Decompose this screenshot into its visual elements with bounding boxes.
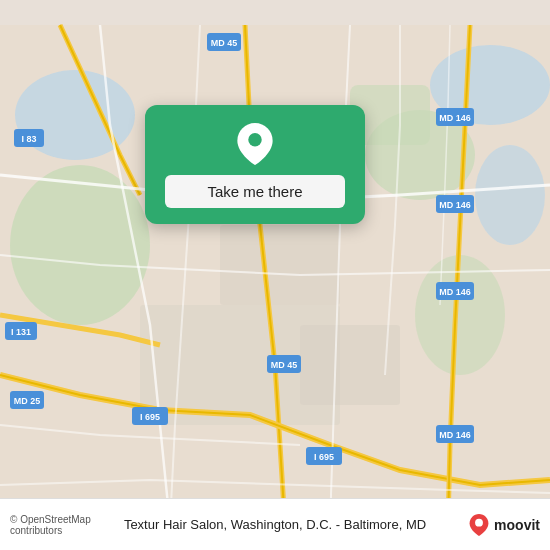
svg-text:MD 25: MD 25 — [14, 396, 41, 406]
svg-text:I 695: I 695 — [314, 452, 334, 462]
svg-point-34 — [475, 518, 483, 526]
moovit-pin-icon — [468, 514, 490, 536]
svg-text:MD 45: MD 45 — [271, 360, 298, 370]
svg-text:MD 146: MD 146 — [439, 113, 471, 123]
moovit-logo: moovit — [452, 514, 540, 536]
take-me-there-button[interactable]: Take me there — [165, 175, 345, 208]
bottom-bar: © OpenStreetMap contributors Textur Hair… — [0, 498, 550, 550]
take-me-there-popup: Take me there — [145, 105, 365, 224]
svg-text:I 83: I 83 — [21, 134, 36, 144]
moovit-brand-name: moovit — [494, 517, 540, 533]
osm-attribution: © OpenStreetMap contributors — [10, 514, 98, 536]
svg-text:MD 146: MD 146 — [439, 287, 471, 297]
svg-text:I 131: I 131 — [11, 327, 31, 337]
svg-text:MD 45: MD 45 — [211, 38, 238, 48]
svg-point-33 — [248, 133, 261, 146]
location-text: Textur Hair Salon, Washington, D.C. - Ba… — [98, 517, 451, 532]
map-container: MD 45 MD 45 MD 146 MD 146 MD 146 MD 146 … — [0, 0, 550, 550]
svg-rect-9 — [220, 225, 340, 305]
map-svg: MD 45 MD 45 MD 146 MD 146 MD 146 MD 146 … — [0, 0, 550, 550]
svg-point-3 — [475, 145, 545, 245]
svg-text:I 695: I 695 — [140, 412, 160, 422]
svg-text:MD 146: MD 146 — [439, 430, 471, 440]
location-pin-icon — [234, 123, 276, 165]
svg-text:MD 146: MD 146 — [439, 200, 471, 210]
